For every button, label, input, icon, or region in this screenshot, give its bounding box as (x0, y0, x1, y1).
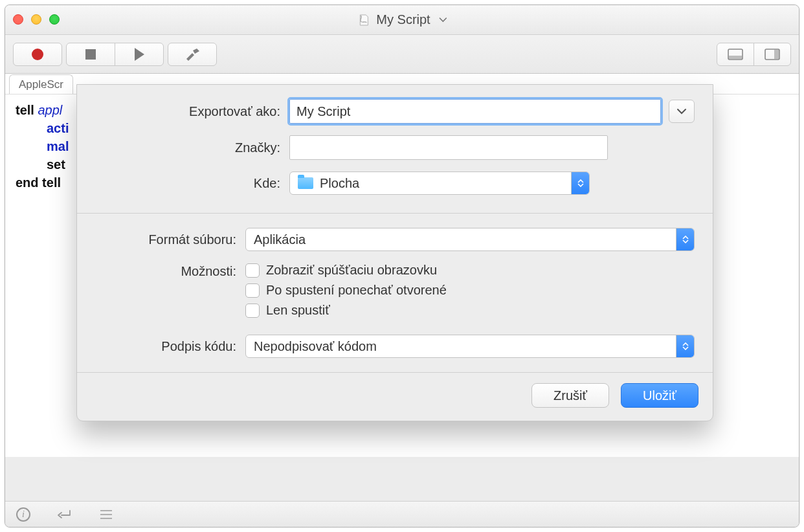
code-sign-value: Nepodpisovať kódom (254, 339, 377, 354)
expand-save-dialog-button[interactable] (669, 100, 695, 123)
app-window: My Script (5, 5, 799, 527)
cmd-activate: acti (47, 121, 69, 135)
where-value: Plocha (320, 176, 359, 191)
list-button[interactable] (97, 505, 115, 524)
toggle-bottom-pane-button[interactable] (717, 43, 754, 66)
stop-icon (85, 49, 96, 60)
tags-label: Značky: (95, 140, 289, 155)
checkbox-icon (245, 283, 260, 298)
export-sheet: Exportovať ako: Značky: Kde: (76, 84, 713, 421)
save-button[interactable]: Uložiť (621, 383, 698, 408)
svg-rect-3 (774, 50, 779, 59)
panel-right-icon (765, 49, 780, 60)
checkbox-icon (245, 304, 260, 318)
chevron-down-icon (440, 17, 447, 23)
option-run-only[interactable]: Len spustiť (245, 303, 330, 318)
stop-button[interactable] (66, 43, 115, 66)
option-label: Po spustení ponechať otvorené (266, 283, 447, 298)
where-label: Kde: (95, 176, 289, 191)
window-title-text: My Script (376, 12, 430, 27)
file-format-label: Formát súboru: (95, 232, 245, 247)
panel-bottom-icon (728, 49, 743, 60)
cancel-button[interactable]: Zrušiť (531, 383, 609, 408)
file-format-value: Aplikácia (254, 232, 306, 247)
export-as-label: Exportovať ako: (95, 104, 289, 119)
checkbox-icon (245, 263, 260, 278)
svg-rect-1 (729, 56, 742, 59)
file-format-popup[interactable]: Aplikácia (245, 228, 695, 251)
tab-label: AppleScr (19, 78, 63, 91)
option-stay-open[interactable]: Po spustení ponechať otvorené (245, 283, 447, 298)
options-label: Možnosti: (95, 263, 245, 279)
play-button[interactable] (115, 43, 164, 66)
kw-endtell: end tell (16, 175, 61, 190)
window-title-area[interactable]: My Script (357, 12, 447, 27)
code-sign-label: Podpis kódu: (95, 339, 245, 354)
zoom-window-button[interactable] (49, 14, 60, 25)
record-button[interactable] (13, 43, 62, 66)
where-popup[interactable]: Plocha (289, 172, 590, 195)
cancel-label: Zrušiť (553, 388, 587, 403)
cmd-make: mal (47, 139, 69, 153)
build-button[interactable] (168, 43, 217, 66)
kw-tell: tell (16, 103, 34, 117)
tab-applescript[interactable]: AppleScr (9, 74, 73, 94)
folder-icon (298, 177, 313, 189)
option-label: Zobraziť spúšťaciu obrazovku (266, 263, 437, 278)
popup-stepper-icon (676, 335, 694, 357)
app-name: appl (38, 103, 62, 117)
return-icon[interactable] (56, 505, 74, 524)
toolbar (5, 35, 799, 74)
kw-set: set (47, 157, 65, 172)
save-label: Uložiť (643, 388, 676, 403)
code-sign-popup[interactable]: Nepodpisovať kódom (245, 335, 695, 358)
export-as-field[interactable] (289, 99, 661, 124)
info-button[interactable]: i (14, 505, 32, 524)
toggle-right-pane-button[interactable] (754, 43, 791, 66)
option-label: Len spustiť (266, 303, 330, 318)
popup-stepper-icon (676, 228, 694, 250)
popup-stepper-icon (571, 172, 589, 194)
status-bar: i (5, 501, 799, 527)
minimize-window-button[interactable] (31, 14, 41, 25)
titlebar: My Script (5, 5, 799, 35)
hammer-icon (184, 48, 200, 61)
script-icon (357, 13, 371, 27)
tags-field[interactable] (289, 135, 608, 160)
close-window-button[interactable] (13, 14, 23, 25)
chevron-down-icon (676, 108, 687, 115)
play-icon (135, 48, 144, 61)
option-show-startup-screen[interactable]: Zobraziť spúšťaciu obrazovku (245, 263, 437, 278)
record-icon (32, 49, 43, 60)
